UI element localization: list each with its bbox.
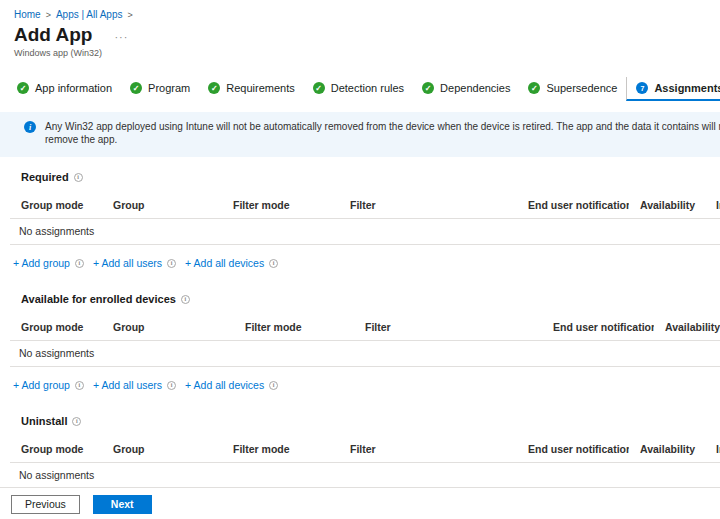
col-group: Group <box>102 193 222 219</box>
info-banner: i Any Win32 app deployed using Intune wi… <box>0 112 720 157</box>
section-title: Uninstall <box>21 415 67 427</box>
col-filter: Filter <box>354 315 542 341</box>
more-menu-ellipsis-icon[interactable]: ··· <box>114 29 128 45</box>
col-installation-deadline: Installation deadline <box>705 437 720 463</box>
tab-dependencies[interactable]: Dependencies <box>413 77 519 101</box>
section-heading-uninstall: Uninstall <box>21 415 720 427</box>
table-header-row: Group mode Group Filter mode Filter End … <box>10 193 720 219</box>
next-button[interactable]: Next <box>93 495 152 514</box>
tab-supersedence[interactable]: Supersedence <box>519 77 626 101</box>
tab-label: Program <box>148 82 190 94</box>
col-group: Group <box>102 315 234 341</box>
info-banner-line1: Any Win32 app deployed using Intune will… <box>45 120 720 133</box>
check-circle-icon <box>528 82 540 94</box>
col-group-mode: Group mode <box>10 193 102 219</box>
col-availability: Availability <box>654 315 720 341</box>
empty-assignments-text: No assignments <box>10 219 720 245</box>
check-circle-icon <box>422 82 434 94</box>
col-end-user-notifications: End user notifications <box>517 437 629 463</box>
required-assignments-table: Group mode Group Filter mode Filter End … <box>10 193 720 245</box>
add-all-devices-link[interactable]: + Add all devices <box>185 379 264 391</box>
table-row: No assignments <box>10 463 720 489</box>
table-header-row: Group mode Group Filter mode Filter End … <box>10 315 720 341</box>
info-banner-line2: remove the app. <box>45 133 720 146</box>
col-end-user-notifications: End user notifications <box>542 315 654 341</box>
info-tooltip-icon[interactable] <box>72 417 81 426</box>
info-tooltip-icon[interactable] <box>269 381 278 390</box>
add-group-link[interactable]: + Add group <box>13 257 70 269</box>
tab-app-information[interactable]: App information <box>8 77 121 101</box>
table-row: No assignments <box>10 341 720 367</box>
previous-button[interactable]: Previous <box>11 495 80 514</box>
add-all-devices-link[interactable]: + Add all devices <box>185 257 264 269</box>
add-all-users-link[interactable]: + Add all users <box>93 257 162 269</box>
col-group: Group <box>102 437 222 463</box>
col-filter-mode: Filter mode <box>222 193 339 219</box>
tab-label: App information <box>35 82 112 94</box>
breadcrumb-apps-link[interactable]: Apps | All Apps <box>56 9 123 20</box>
info-tooltip-icon[interactable] <box>167 381 176 390</box>
col-filter-mode: Filter mode <box>222 437 339 463</box>
uninstall-assignments-table: Group mode Group Filter mode Filter End … <box>10 437 720 489</box>
col-filter: Filter <box>339 193 517 219</box>
col-group-mode: Group mode <box>10 437 102 463</box>
col-availability: Availability <box>629 437 705 463</box>
check-circle-icon <box>17 82 29 94</box>
col-group-mode: Group mode <box>10 315 102 341</box>
col-availability: Availability <box>629 193 705 219</box>
info-tooltip-icon[interactable] <box>181 295 190 304</box>
info-tooltip-icon[interactable] <box>74 173 83 182</box>
tab-requirements[interactable]: Requirements <box>199 77 303 101</box>
info-tooltip-icon[interactable] <box>269 259 278 268</box>
section-title: Required <box>21 171 69 183</box>
add-group-link[interactable]: + Add group <box>13 379 70 391</box>
check-circle-icon <box>208 82 220 94</box>
col-end-user-notifications: End user notifications <box>517 193 629 219</box>
required-add-links: + Add group + Add all users + Add all de… <box>13 257 720 269</box>
tab-assignments[interactable]: 7 Assignments <box>626 77 720 101</box>
breadcrumb-separator: > <box>46 10 51 20</box>
info-tooltip-icon[interactable] <box>75 259 84 268</box>
step-number-icon: 7 <box>636 82 648 94</box>
breadcrumb-home-link[interactable]: Home <box>14 9 41 20</box>
page-title: Add App <box>14 24 92 45</box>
table-row: No assignments <box>10 219 720 245</box>
add-all-users-link[interactable]: + Add all users <box>93 379 162 391</box>
check-circle-icon <box>130 82 142 94</box>
table-header-row: Group mode Group Filter mode Filter End … <box>10 437 720 463</box>
available-assignments-table: Group mode Group Filter mode Filter End … <box>10 315 720 367</box>
tab-label: Requirements <box>226 82 294 94</box>
wizard-footer: Previous Next <box>0 487 720 519</box>
breadcrumb: Home > Apps | All Apps > <box>0 0 720 20</box>
col-filter-mode: Filter mode <box>234 315 354 341</box>
empty-assignments-text: No assignments <box>10 341 720 367</box>
tab-label: Dependencies <box>440 82 510 94</box>
section-heading-available: Available for enrolled devices <box>21 293 720 305</box>
tab-program[interactable]: Program <box>121 77 199 101</box>
page-subtitle: Windows app (Win32) <box>14 48 720 58</box>
info-banner-text: Any Win32 app deployed using Intune will… <box>45 120 720 146</box>
col-installation-deadline: Installation deadline <box>705 193 720 219</box>
section-heading-required: Required <box>21 171 720 183</box>
tab-label: Supersedence <box>546 82 617 94</box>
tab-label: Detection rules <box>331 82 404 94</box>
info-icon: i <box>24 121 36 133</box>
wizard-step-tabs: App information Program Requirements Det… <box>8 77 720 101</box>
section-title: Available for enrolled devices <box>21 293 176 305</box>
tab-detection-rules[interactable]: Detection rules <box>304 77 413 101</box>
info-tooltip-icon[interactable] <box>75 381 84 390</box>
check-circle-icon <box>313 82 325 94</box>
col-filter: Filter <box>339 437 517 463</box>
info-tooltip-icon[interactable] <box>167 259 176 268</box>
tab-label: Assignments <box>654 82 720 94</box>
empty-assignments-text: No assignments <box>10 463 720 489</box>
breadcrumb-separator: > <box>127 10 132 20</box>
available-add-links: + Add group + Add all users + Add all de… <box>13 379 720 391</box>
